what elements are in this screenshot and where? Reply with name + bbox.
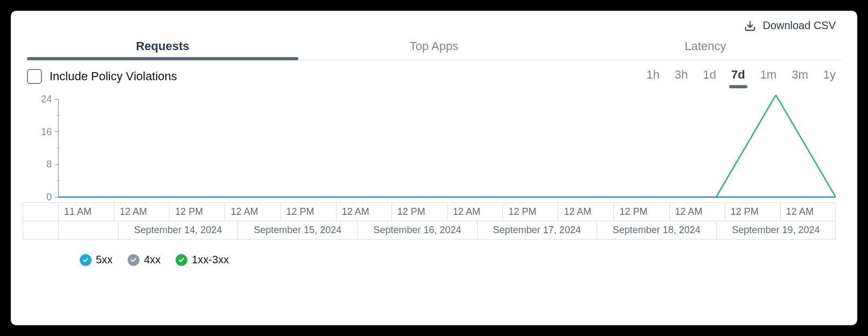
x-gutter (23, 203, 58, 221)
x-day-cell: September 15, 2024 (237, 221, 357, 239)
x-time-cell: 12 PM (502, 203, 558, 221)
legend: 5xx 4xx 1xx-3xx (80, 254, 836, 266)
x-time-cell: 12 AM (780, 203, 836, 221)
include-policy-violations-checkbox[interactable] (27, 69, 42, 84)
check-circle-icon (176, 254, 187, 266)
svg-text:8: 8 (46, 159, 52, 170)
x-time-cell: 12 AM (447, 203, 502, 221)
x-gutter (23, 221, 58, 239)
range-3h[interactable]: 3h (675, 68, 688, 85)
time-range-group: 1h 3h 1d 7d 1m 3m 1y (646, 68, 836, 85)
legend-5xx-label: 5xx (96, 254, 113, 266)
tab-top-apps[interactable]: Top Apps (298, 34, 570, 60)
download-icon (744, 20, 756, 32)
svg-text:0: 0 (46, 192, 52, 202)
x-time-cell: 11 AM (58, 203, 114, 221)
x-time-cell: 12 PM (169, 203, 225, 221)
x-axis: 11 AM12 AM12 PM12 AM12 PM12 AM12 PM12 AM… (23, 202, 836, 240)
range-1d[interactable]: 1d (703, 68, 716, 85)
x-time-cell: 12 PM (613, 203, 669, 221)
check-circle-icon (128, 254, 139, 266)
x-time-cell: 12 AM (558, 203, 613, 221)
x-time-cell: 12 AM (336, 203, 391, 221)
x-day-cell: September 17, 2024 (477, 221, 597, 239)
options-row: Include Policy Violations 1h 3h 1d 7d 1m… (27, 68, 836, 85)
range-1m[interactable]: 1m (760, 68, 777, 85)
range-3m[interactable]: 3m (792, 68, 808, 85)
x-time-cell: 12 PM (391, 203, 447, 221)
x-time-cell: 12 AM (669, 203, 725, 221)
x-day-cell: September 16, 2024 (357, 221, 477, 239)
range-1h[interactable]: 1h (646, 68, 659, 85)
check-circle-icon (80, 254, 92, 266)
requests-chart: 241680 (23, 95, 836, 202)
legend-4xx[interactable]: 4xx (128, 254, 160, 266)
x-day-cell: September 18, 2024 (597, 221, 716, 239)
legend-4xx-label: 4xx (144, 254, 160, 266)
tabs: Requests Top Apps Latency (27, 34, 841, 60)
analytics-panel: Download CSV Requests Top Apps Latency I… (11, 11, 857, 325)
range-7d[interactable]: 7d (731, 68, 745, 85)
svg-text:24: 24 (41, 95, 52, 104)
legend-5xx[interactable]: 5xx (80, 254, 113, 266)
legend-1xx-3xx[interactable]: 1xx-3xx (176, 254, 229, 266)
x-day-cell-blank (58, 221, 118, 239)
svg-text:16: 16 (41, 127, 52, 137)
x-time-cell: 12 PM (281, 203, 336, 221)
download-csv[interactable]: Download CSV (11, 16, 857, 32)
x-time-cell: 12 PM (725, 203, 780, 221)
download-csv-label: Download CSV (762, 19, 836, 32)
include-policy-violations-label: Include Policy Violations (50, 69, 177, 83)
x-time-cell: 12 AM (114, 203, 169, 221)
range-1y[interactable]: 1y (823, 68, 836, 85)
legend-1xx-3xx-label: 1xx-3xx (192, 254, 229, 266)
tab-requests[interactable]: Requests (27, 34, 298, 60)
x-time-cell: 12 AM (225, 203, 280, 221)
x-day-cell: September 19, 2024 (716, 221, 836, 239)
x-day-cell: September 14, 2024 (118, 221, 237, 239)
tab-latency[interactable]: Latency (570, 34, 841, 60)
